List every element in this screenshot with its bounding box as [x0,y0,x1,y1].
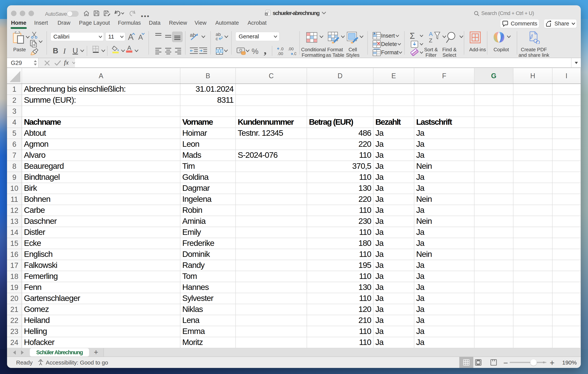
svg-text:.0: .0 [293,51,296,56]
svg-text:x: x [266,13,267,16]
svg-text:.0: .0 [280,47,284,51]
svg-text:c: c [216,36,218,41]
svg-text:.00: .00 [288,47,294,51]
svg-text:ab: ab [190,32,196,38]
svg-text:.00: .00 [277,51,283,56]
svg-text:Z: Z [429,37,432,43]
svg-text:A: A [429,31,433,37]
